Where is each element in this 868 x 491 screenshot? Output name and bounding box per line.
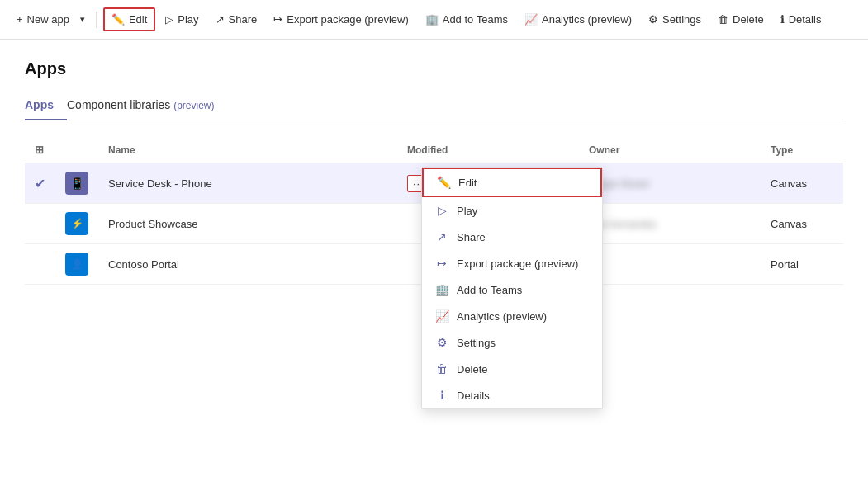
new-app-button[interactable]: + New app	[10, 9, 76, 30]
col-header-check: ⊞	[25, 137, 55, 163]
edit-icon: ✏️	[111, 13, 125, 26]
table-container: ⊞ Name Modified Owner Type	[25, 137, 843, 285]
info-icon: ℹ	[780, 13, 785, 26]
context-menu-item-export[interactable]: ↦ Export package (preview)	[422, 250, 602, 276]
tab-component-libraries-preview: (preview)	[173, 100, 214, 111]
details-label: Details	[789, 13, 822, 26]
context-menu-item-add-to-teams[interactable]: 🏢 Add to Teams	[422, 276, 602, 303]
context-export-label: Export package (preview)	[457, 257, 578, 270]
context-menu-item-play[interactable]: ▷ Play	[422, 197, 602, 224]
tab-apps-label: Apps	[25, 98, 54, 111]
play-label: Play	[178, 13, 198, 26]
context-menu: ✏️ Edit ▷ Play ↗ Share ↦ Export package …	[421, 167, 603, 409]
context-share-icon: ↗	[435, 230, 448, 243]
column-select-icon: ⊞	[35, 144, 44, 156]
context-export-icon: ↦	[435, 257, 448, 270]
context-menu-item-delete[interactable]: 🗑 Delete	[422, 356, 602, 382]
row-type-2: Canvas	[761, 204, 843, 244]
context-share-label: Share	[457, 231, 486, 243]
row-owner-2: alex hernandez	[579, 204, 761, 244]
export-label: Export package (preview)	[287, 13, 408, 26]
context-analytics-icon: 📈	[435, 309, 448, 323]
row-check-1[interactable]: ✔	[25, 163, 55, 204]
context-analytics-label: Analytics (preview)	[457, 310, 547, 323]
chevron-down-icon: ▾	[80, 14, 85, 24]
settings-button[interactable]: ⚙ Settings	[642, 9, 708, 30]
edit-label: Edit	[129, 13, 147, 26]
app-icon-portal: 👤	[65, 253, 88, 276]
row-icon-3: 👤	[55, 244, 98, 285]
context-settings-icon: ⚙	[435, 336, 448, 349]
checkmark-icon: ✔	[35, 177, 45, 191]
context-delete-icon: 🗑	[435, 362, 448, 375]
row-name-1[interactable]: Service Desk - Phone	[98, 163, 397, 204]
col-header-icon	[55, 137, 98, 163]
add-to-teams-button[interactable]: 🏢 Add to Teams	[419, 9, 515, 30]
row-check-2[interactable]	[25, 204, 55, 244]
row-type-1: Canvas	[761, 163, 843, 204]
row-name-3[interactable]: Contoso Portal	[98, 244, 397, 285]
share-button[interactable]: ↗ Share	[209, 9, 264, 30]
share-label: Share	[229, 13, 258, 26]
delete-icon: 🗑	[718, 13, 728, 26]
context-edit-icon: ✏️	[437, 176, 450, 189]
row-icon-1: 📱	[55, 163, 98, 204]
new-app-group: + New app ▾	[10, 9, 89, 30]
row-name-2[interactable]: Product Showcase	[98, 204, 397, 244]
row-icon-2: ⚡	[55, 204, 98, 244]
context-teams-label: Add to Teams	[457, 284, 522, 296]
context-teams-icon: 🏢	[435, 283, 448, 296]
row-check-3[interactable]	[25, 244, 55, 285]
context-delete-label: Delete	[457, 363, 488, 375]
play-icon: ▷	[165, 13, 173, 26]
col-header-type[interactable]: Type	[761, 137, 843, 163]
details-button[interactable]: ℹ Details	[774, 9, 828, 30]
row-type-3: Portal	[761, 244, 843, 285]
context-menu-item-share[interactable]: ↗ Share	[422, 224, 602, 250]
context-menu-item-analytics[interactable]: 📈 Analytics (preview)	[422, 303, 602, 329]
context-details-label: Details	[457, 389, 490, 402]
context-edit-label: Edit	[458, 177, 477, 189]
row-owner-1: Megan Bower	[579, 163, 761, 204]
toolbar-separator-1	[96, 12, 97, 28]
col-header-modified[interactable]: Modified	[397, 137, 579, 163]
tabs-bar: Apps Component libraries (preview)	[25, 92, 843, 120]
app-icon-product: ⚡	[65, 212, 88, 235]
share-icon: ↗	[216, 13, 225, 26]
analytics-label: Analytics (preview)	[542, 13, 632, 26]
app-icon-phone: 📱	[65, 172, 88, 195]
add-to-teams-label: Add to Teams	[443, 13, 508, 26]
context-menu-item-edit[interactable]: ✏️ Edit	[422, 168, 602, 197]
gear-icon: ⚙	[648, 13, 658, 26]
product-icon: ⚡	[71, 218, 83, 229]
settings-label: Settings	[662, 13, 701, 26]
page-title: Apps	[25, 59, 843, 78]
context-play-icon: ▷	[435, 204, 448, 217]
tab-component-libraries[interactable]: Component libraries (preview)	[67, 92, 228, 120]
tab-apps[interactable]: Apps	[25, 92, 67, 120]
new-app-dropdown-button[interactable]: ▾	[76, 10, 89, 29]
analytics-button[interactable]: 📈 Analytics (preview)	[518, 9, 638, 30]
context-menu-item-settings[interactable]: ⚙ Settings	[422, 329, 602, 356]
delete-label: Delete	[733, 13, 764, 26]
col-header-name[interactable]: Name	[98, 137, 397, 163]
teams-icon: 🏢	[425, 13, 439, 26]
context-play-label: Play	[457, 205, 477, 217]
main-content: Apps Apps Component libraries (preview) …	[0, 40, 868, 305]
row-owner-3	[579, 244, 761, 285]
new-app-label: New app	[27, 13, 69, 26]
plus-icon: +	[17, 13, 23, 26]
analytics-icon: 📈	[524, 13, 538, 26]
export-button[interactable]: ↦ Export package (preview)	[267, 9, 415, 30]
context-settings-label: Settings	[457, 337, 496, 349]
play-button[interactable]: ▷ Play	[159, 9, 205, 30]
edit-button[interactable]: ✏️ Edit	[103, 7, 155, 31]
tab-component-libraries-label: Component libraries	[67, 98, 170, 111]
export-icon: ↦	[273, 13, 282, 26]
phone-icon: 📱	[70, 177, 84, 190]
delete-button[interactable]: 🗑 Delete	[711, 9, 771, 30]
context-menu-item-details[interactable]: ℹ Details	[422, 382, 602, 408]
col-header-owner[interactable]: Owner	[579, 137, 761, 163]
toolbar: + New app ▾ ✏️ Edit ▷ Play ↗ Share ↦ Exp…	[0, 0, 868, 40]
context-info-icon: ℹ	[435, 389, 448, 402]
